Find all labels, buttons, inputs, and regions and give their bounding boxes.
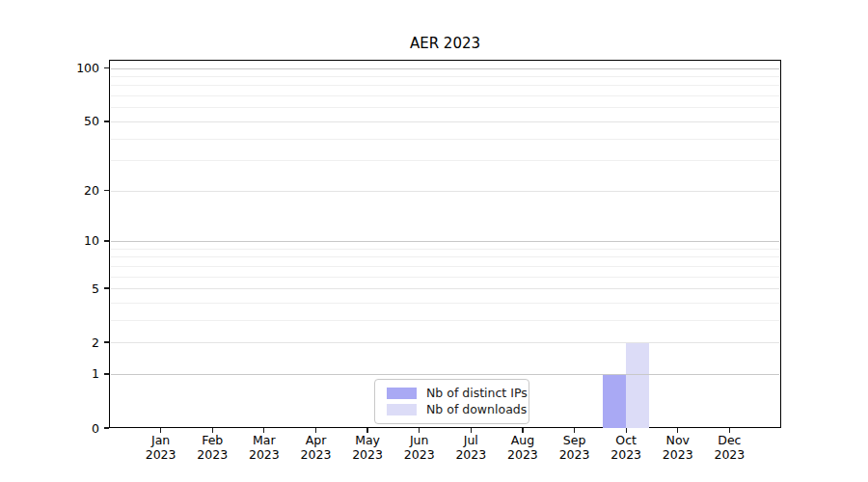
gridline-labeled xyxy=(111,121,779,122)
y-tick-mark xyxy=(104,287,109,288)
y-tick-label: 2 xyxy=(54,336,99,349)
x-tick-label: Mar 2023 xyxy=(235,433,293,462)
y-tick-label: 0 xyxy=(54,422,99,435)
y-tick-mark xyxy=(104,341,109,342)
y-tick-mark xyxy=(104,427,109,428)
y-tick-mark xyxy=(104,373,109,374)
x-tick-mark xyxy=(419,428,420,433)
x-tick-label: Sep 2023 xyxy=(546,433,604,462)
gridline-minor xyxy=(111,85,779,86)
x-tick-mark xyxy=(471,428,472,433)
y-tick-mark xyxy=(104,67,109,68)
y-tick-mark xyxy=(104,120,109,121)
y-tick-label: 10 xyxy=(54,234,99,247)
y-tick-mark xyxy=(104,240,109,241)
x-tick-label: Jul 2023 xyxy=(442,433,500,462)
legend-item-downloads: Nb of downloads xyxy=(387,401,521,417)
x-tick-label: May 2023 xyxy=(339,433,396,462)
legend-swatch-distinct-ips xyxy=(387,388,417,399)
y-tick-label: 5 xyxy=(54,282,99,295)
gridline-minor xyxy=(111,160,779,161)
x-tick-mark xyxy=(574,428,575,433)
legend-label: Nb of downloads xyxy=(426,402,527,417)
gridline-minor xyxy=(111,256,779,257)
y-tick-label: 50 xyxy=(54,115,99,127)
bar-downloads xyxy=(626,342,649,428)
x-tick-label: Jan 2023 xyxy=(132,433,190,462)
x-tick-label: Dec 2023 xyxy=(700,433,758,462)
x-tick-mark xyxy=(160,428,161,433)
x-tick-mark xyxy=(677,428,678,433)
legend-item-distinct-ips: Nb of distinct IPs xyxy=(387,385,521,401)
x-tick-label: Nov 2023 xyxy=(649,433,707,462)
x-tick-mark xyxy=(366,428,367,433)
legend: Nb of distinct IPs Nb of downloads xyxy=(374,379,529,424)
plot-area xyxy=(109,60,781,428)
gridline-major xyxy=(111,374,779,375)
x-tick-label: Feb 2023 xyxy=(183,433,241,462)
gridline-minor xyxy=(111,95,779,96)
chart-title: AER 2023 xyxy=(109,35,781,52)
x-tick-mark xyxy=(522,428,523,433)
y-tick-mark xyxy=(104,190,109,191)
x-tick-mark xyxy=(626,428,627,433)
gridline-minor xyxy=(111,320,779,321)
y-tick-label: 100 xyxy=(54,62,99,74)
x-tick-label: Aug 2023 xyxy=(494,433,552,462)
gridline-minor xyxy=(111,76,779,77)
gridline-labeled xyxy=(111,288,779,289)
y-tick-label: 20 xyxy=(54,184,99,197)
x-tick-label: Apr 2023 xyxy=(286,433,344,462)
x-tick-mark xyxy=(212,428,213,433)
gridline-minor xyxy=(111,249,779,250)
gridline-major xyxy=(111,68,779,69)
gridline-minor xyxy=(111,107,779,108)
x-tick-mark xyxy=(315,428,316,433)
gridline-minor xyxy=(111,277,779,278)
legend-label: Nb of distinct IPs xyxy=(426,386,528,401)
x-tick-mark xyxy=(729,428,730,433)
x-tick-mark xyxy=(263,428,264,433)
y-tick-label: 1 xyxy=(54,367,99,380)
gridline-labeled xyxy=(111,342,779,343)
x-tick-label: Oct 2023 xyxy=(597,433,655,462)
gridline-minor xyxy=(111,139,779,140)
gridline-labeled xyxy=(111,191,779,192)
gridline-minor xyxy=(111,266,779,267)
gridline-minor xyxy=(111,303,779,304)
legend-swatch-downloads xyxy=(387,404,417,415)
chart-figure: AER 2023 Nb of distinct IPs Nb of downlo… xyxy=(0,0,868,482)
bar-distinct-ips xyxy=(603,374,626,428)
gridline-major xyxy=(111,241,779,242)
x-tick-label: Jun 2023 xyxy=(391,433,448,462)
